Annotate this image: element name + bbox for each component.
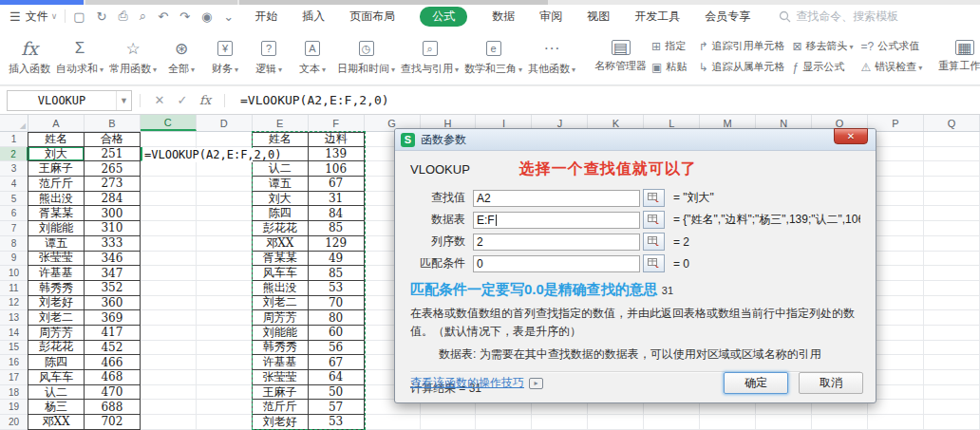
argument-input-列序数[interactable]: 2 [473,234,640,251]
cell-Q5[interactable] [924,192,980,207]
cell-A11[interactable]: 韩秀秀 [28,281,85,296]
recalc-workbook-button[interactable]: ▦重算工作簿 [933,30,980,83]
cell-Q6[interactable] [924,206,980,221]
cell-L20[interactable] [644,415,700,430]
cell-A6[interactable]: 胥某某 [28,206,85,221]
row-header-6[interactable]: 6 [0,206,28,221]
col-header-E[interactable]: E [253,115,309,131]
video-tutorial-icon[interactable]: ▸ [529,378,543,389]
cell-B19[interactable]: 688 [85,400,141,415]
cell-Q8[interactable] [924,236,980,252]
cell-C18[interactable] [141,385,197,401]
function-tips-link[interactable]: 查看该函数的操作技巧 [410,375,524,391]
cell-B20[interactable]: 702 [85,415,141,430]
cell-I20[interactable] [476,415,532,430]
row-header-14[interactable]: 14 [0,326,28,341]
cell-D6[interactable] [197,206,253,221]
row-header-12[interactable]: 12 [0,296,28,311]
cell-E10[interactable]: 风车车 [252,266,309,281]
row-header-13[interactable]: 13 [0,310,28,326]
assign-names-button[interactable]: ⊞指定 [651,39,687,53]
cell-Q1[interactable] [924,132,980,147]
cell-E19[interactable]: 范斤斤 [252,400,309,415]
cell-B15[interactable]: 452 [85,341,141,356]
cell-B14[interactable]: 417 [85,326,141,341]
cell-D2[interactable] [197,147,253,162]
error-checking-button[interactable]: ⚠错误检查▾ [861,60,923,74]
cell-B16[interactable]: 466 [85,355,141,370]
show-formulas-button[interactable]: ƒ显示公式 [793,60,854,74]
cell-E11[interactable]: 熊出没 [252,281,309,296]
cell-D9[interactable] [197,252,253,267]
cell-D13[interactable] [197,310,253,326]
cell-E9[interactable]: 胥某某 [252,252,309,267]
argument-input-数据表[interactable]: E:F [473,212,640,229]
cell-F2[interactable]: 139 [309,147,365,162]
cell-E1[interactable]: 姓名 [252,132,309,147]
datetime-button[interactable]: ◷日期和时间▾ [334,30,398,83]
save-icon[interactable]: ▢ [73,9,85,24]
cell-F1[interactable]: 边料 [309,132,365,147]
command-search[interactable]: 查找命令、搜索模板 [779,9,898,25]
cell-E17[interactable]: 张莹莹 [252,370,309,385]
col-header-Q[interactable]: Q [924,115,980,131]
cell-E3[interactable]: 认二 [252,161,309,177]
menu-tab-数据[interactable]: 数据 [492,9,515,25]
cell-B10[interactable]: 347 [85,266,141,281]
cell-F5[interactable]: 31 [309,192,365,207]
cell-F10[interactable]: 85 [309,266,365,281]
cell-C5[interactable] [141,192,197,207]
menu-tab-插入[interactable]: 插入 [302,9,325,25]
insert-function-button[interactable]: fx插入函数 [6,30,53,83]
cell-D3[interactable] [197,161,253,177]
undo-icon[interactable]: ↶ [158,9,168,24]
logical-button[interactable]: ?逻辑▾ [247,30,291,83]
row-header-2[interactable]: 2 [0,147,28,162]
cell-F11[interactable]: 53 [309,281,365,296]
common-functions-button[interactable]: ☆常用函数▾ [106,30,160,83]
row-header-20[interactable]: 20 [0,415,28,430]
menu-tab-页面布局[interactable]: 页面布局 [349,9,395,25]
col-header-F[interactable]: F [309,115,365,131]
cell-A4[interactable]: 范斤斤 [28,177,85,192]
cell-H20[interactable] [421,415,477,430]
export-icon[interactable]: ↻ [97,9,107,24]
row-header-18[interactable]: 18 [0,385,28,401]
cell-E20[interactable]: 刘老好 [252,415,309,430]
row-header-4[interactable]: 4 [0,177,28,192]
cell-E12[interactable]: 刘老二 [252,296,309,311]
cell-D5[interactable] [197,192,253,207]
redo-icon[interactable]: ↷ [179,9,190,24]
cell-A12[interactable]: 刘老好 [28,296,85,311]
cell-C9[interactable] [141,252,197,267]
all-functions-button[interactable]: ⊛全部▾ [160,30,203,83]
cell-B17[interactable]: 468 [85,370,141,385]
remove-arrows-button[interactable]: ⊠移去箭头▾ [793,39,854,53]
cell-Q12[interactable] [924,296,980,311]
cell-K20[interactable] [588,415,644,430]
cell-A14[interactable]: 周芳芳 [28,326,85,341]
formula-input[interactable]: =VLOOKUP(A2,E:F,2,0) [240,93,389,107]
row-header-17[interactable]: 17 [0,370,28,385]
cell-Q9[interactable] [924,252,980,267]
name-box[interactable]: VLOOKUP ▼ [7,90,132,111]
cell-E4[interactable]: 谭五 [252,177,309,192]
cell-E7[interactable]: 彭花花 [252,221,309,236]
paste-names-button[interactable]: ▣粘贴 [651,60,687,74]
cell-C13[interactable] [141,310,197,326]
cell-F7[interactable]: 85 [309,221,365,236]
col-header-B[interactable]: B [85,115,141,131]
math-trig-button[interactable]: e数学和三角▾ [462,30,525,83]
cell-D19[interactable] [197,400,253,415]
cell-M20[interactable] [700,415,756,430]
cell-B3[interactable]: 265 [85,161,141,177]
cell-Q10[interactable] [924,266,980,281]
cell-C14[interactable] [141,326,197,341]
cell-Q11[interactable] [924,281,980,296]
cell-B13[interactable]: 369 [85,310,141,326]
ok-button[interactable]: 确定 [724,372,788,394]
cell-F15[interactable]: 56 [309,341,365,356]
close-icon[interactable]: ✕ [834,128,868,144]
cell-Q17[interactable] [924,370,980,385]
trace-dependents-button[interactable]: ↳追踪从属单元格 [698,60,784,74]
